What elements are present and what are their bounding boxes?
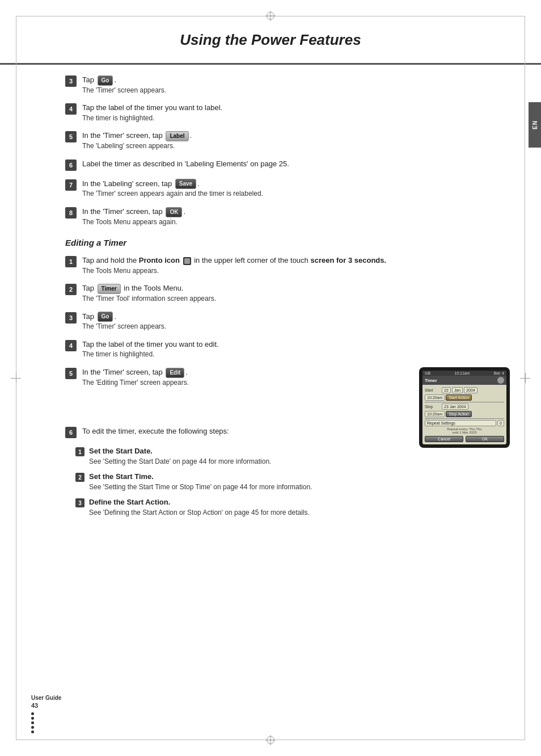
step-num-4: 4 (65, 103, 77, 115)
spacer (65, 395, 408, 426)
edit-step-main-3: Tap Go. (82, 312, 510, 322)
edit-step-main-2: Tap Timer in the Tools Menu. (82, 283, 510, 294)
edit-step-content-6: To edit the timer, execute the following… (82, 426, 408, 436)
device-repeat-label: Repeat Settings (425, 420, 496, 426)
step-main-3: Tap Go. (82, 75, 510, 86)
device-start-day: 22 (442, 387, 451, 393)
edit-step-main-4: Tap the label of the timer you want to e… (82, 339, 510, 350)
step-num-8: 8 (65, 207, 77, 219)
steps-editing-section: 1 Tap and hold the Pronto icon in the up… (65, 255, 510, 523)
device-status-right: Bat: 4 (494, 371, 504, 375)
step-sub-7: The 'Timer' screen appears again and the… (82, 189, 510, 199)
edit-step-main-1: Tap and hold the Pronto icon in the uppe… (82, 255, 510, 266)
edit-step-sub-3: The 'Timer' screen appears. (82, 322, 510, 331)
device-start-year: 2004 (464, 387, 477, 393)
step-num-5: 5 (65, 131, 77, 142)
edit-step-sub-5: The 'Editing Timer' screen appears. (82, 378, 408, 388)
device-stop-label: Stop (425, 405, 441, 409)
edit-step-4: 4 Tap the label of the timer you want to… (65, 339, 510, 359)
step-sub-5: The 'Labeling' screen appears. (82, 141, 510, 151)
footer-dots (31, 712, 61, 733)
sub-step-sub-2: See 'Setting the Start Time or Stop Time… (89, 482, 408, 492)
sub-step-sub-3: See 'Defining the Start Action or Stop A… (89, 508, 408, 518)
device-title-bar: Timer (422, 376, 506, 385)
step-sub-8: The Tools Menu appears again. (82, 217, 510, 227)
step-content-7: In the 'Labeling' screen, tap Save. The … (82, 179, 510, 199)
device-start-time: 10:20am (425, 394, 445, 401)
sub-step-content-2: Set the Start Time. See 'Setting the Sta… (89, 472, 408, 492)
device-screen: GB 10:11am Bat: 4 Timer Start 2 (422, 371, 506, 444)
step-num-3: 3 (65, 75, 77, 87)
go-btn-1: Go (98, 75, 113, 86)
footer-dot-5 (31, 730, 34, 733)
step-sub-3: The 'Timer' screen appears. (82, 86, 510, 95)
device-sep-1 (425, 402, 504, 402)
edit-step-5: 5 In the 'Timer' screen, tap Edit. The '… (65, 367, 408, 387)
device-mockup: GB 10:11am Bat: 4 Timer Start 2 (419, 367, 510, 448)
device-start-action-btn: Start Action (446, 394, 472, 401)
device-start-label: Start (425, 388, 441, 392)
edit-step-6: 6 To edit the timer, execute the followi… (65, 426, 408, 438)
device-start-month: Jan (452, 387, 463, 393)
sub-step-content-3: Define the Start Action. See 'Defining t… (89, 497, 408, 517)
edit-step-num-6: 6 (65, 427, 77, 438)
sidebar-tab-label: EN (532, 120, 538, 129)
step-main-8: In the 'Timer' screen, tap OK. (82, 207, 510, 217)
edit-btn: Edit (166, 368, 184, 378)
sub-step-main-3: Define the Start Action. (89, 497, 408, 507)
edit-step-content-3: Tap Go. The 'Timer' screen appears. (82, 312, 510, 331)
cross-left (10, 372, 22, 384)
device-start-row: Start 22 Jan 2004 (425, 387, 504, 393)
sidebar-tab: EN (529, 102, 541, 148)
device-bottom-btns: Cancel OK (425, 436, 504, 442)
pronto-icon (183, 257, 191, 265)
sub-step-content-1: Set the Start Date. See 'Setting the Sta… (89, 446, 408, 466)
device-sep-2 (425, 418, 504, 419)
edit-step-sub-4: The timer is highlighted. (82, 350, 510, 359)
step-content-3: Tap Go. The 'Timer' screen appears. (82, 75, 510, 95)
sub-step-num-3: 3 (75, 498, 84, 507)
device-ok-btn: OK (466, 436, 504, 442)
edit-step-1: 1 Tap and hold the Pronto icon in the up… (65, 255, 510, 275)
label-btn: Label (166, 131, 188, 141)
timer-btn: Timer (98, 284, 121, 294)
device-title: Timer (425, 378, 437, 383)
edit-step-content-5: In the 'Timer' screen, tap Edit. The 'Ed… (82, 367, 408, 387)
steps-top-section: 3 Tap Go. The 'Timer' screen appears. 4 … (65, 75, 510, 226)
edit-step-num-5: 5 (65, 368, 77, 379)
footer-dot-2 (31, 717, 34, 720)
device-footer-line2: until 1 Mar 2025 (425, 431, 504, 434)
device-status-middle: 10:11am (454, 371, 470, 375)
edit-step-sub-2: The 'Timer Tool' information screen appe… (82, 294, 510, 304)
edit-step-main-5: In the 'Timer' screen, tap Edit. (82, 367, 408, 378)
cross-bottom (265, 734, 276, 746)
device-stop-row: Stop 23 Jan 2004 (425, 404, 504, 410)
sub-step-num-1: 1 (75, 447, 84, 456)
edit-step-num-2: 2 (65, 284, 77, 295)
device-status-bar: GB 10:11am Bat: 4 (422, 371, 506, 376)
device-repeat-row: Repeat Settings 0 (425, 420, 504, 426)
footer-dot-1 (31, 712, 34, 715)
footer-page-number: 43 (31, 702, 61, 709)
step-sub-4: The timer is highlighted. (82, 114, 510, 123)
sub-step-main-2: Set the Start Time. (89, 472, 408, 482)
sub-step-3: 3 Define the Start Action. See 'Defining… (65, 497, 408, 517)
step-top-6: 6 Label the timer as described in 'Label… (65, 159, 510, 171)
sub-steps-container: 1 Set the Start Date. See 'Setting the S… (65, 446, 408, 517)
sub-step-2: 2 Set the Start Time. See 'Setting the S… (65, 472, 408, 492)
ok-btn-top: OK (166, 207, 182, 217)
device-content: Start 22 Jan 2004 10:20am Start Action (422, 385, 506, 444)
step-content-5: In the 'Timer' screen, tap Label. The 'L… (82, 131, 510, 150)
cross-right (519, 372, 531, 384)
step-main-5: In the 'Timer' screen, tap Label. (82, 131, 510, 141)
go-btn-2: Go (98, 312, 113, 322)
edit-step-5-container: 5 In the 'Timer' screen, tap Edit. The '… (65, 367, 510, 523)
device-cancel-btn: Cancel (425, 436, 463, 442)
step-top-8: 8 In the 'Timer' screen, tap OK. The Too… (65, 207, 510, 226)
footer-dot-4 (31, 726, 34, 729)
save-btn: Save (175, 179, 196, 189)
page-footer: User Guide 43 (31, 695, 61, 733)
cross-top (265, 10, 276, 22)
edit-step-num-1: 1 (65, 256, 77, 267)
footer-dot-3 (31, 721, 34, 724)
